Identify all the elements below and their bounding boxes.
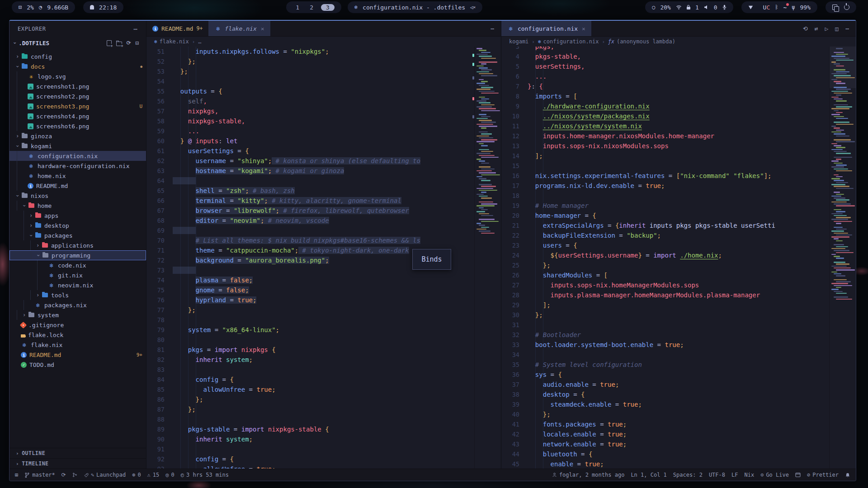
run-icon[interactable]: ▷ [825, 25, 829, 32]
tree-item-screenshot4.png[interactable]: screenshot4.png [9, 111, 146, 121]
tree-item-flake.lock[interactable]: flake.lock [9, 330, 146, 340]
tree-item-screenshot3.png[interactable]: screenshot3.pngU [9, 101, 146, 111]
status-item-left-4[interactable]: ✎Launchpad [84, 472, 126, 478]
cpu-usage: 2% [27, 4, 34, 11]
close-icon[interactable]: × [581, 25, 585, 32]
tree-item-home[interactable]: ›home [9, 201, 146, 211]
tree-item-todo.md[interactable]: TODO.md [9, 360, 146, 370]
explorer-more-actions-icon[interactable]: ⋯ [134, 25, 138, 33]
breadcrumb-item[interactable]: … [198, 38, 201, 45]
status-item-right-1[interactable]: Ln 1, Col 1 [631, 472, 666, 478]
status-item-right-4[interactable]: LF [731, 472, 738, 478]
status-item-right-7[interactable] [795, 473, 801, 477]
tree-item-git.nix[interactable]: git.nix [9, 270, 146, 280]
line-content: imports = [ [528, 91, 577, 101]
image-file-icon [28, 84, 33, 89]
image-file-icon [28, 103, 33, 109]
tree-item-system[interactable]: ›system [9, 310, 146, 320]
line-number: 17 [501, 181, 528, 191]
code-line-77: 77 }; [146, 305, 475, 315]
tree-item-readme.md[interactable]: README.md [9, 181, 146, 191]
tree-item-screenshot6.png[interactable]: screenshot6.png [9, 121, 146, 131]
tree-item-screenshot1.png[interactable]: screenshot1.png [9, 81, 146, 91]
close-icon[interactable]: × [260, 25, 264, 32]
tree-item-tools[interactable]: ›tools [9, 290, 146, 300]
tree-item-docs[interactable]: ›docs● [9, 61, 146, 71]
folder-icon [21, 63, 28, 70]
minimap-left[interactable] [474, 47, 501, 469]
tree-item-packages[interactable]: ›packages [9, 230, 146, 240]
refresh-icon[interactable]: ⟳ [127, 40, 131, 46]
tree-item-code.nix[interactable]: code.nix [9, 260, 146, 270]
status-item-right-5[interactable]: Nix [744, 472, 754, 478]
tree-item-home.nix[interactable]: home.nix [9, 171, 146, 181]
more-icon[interactable]: ⋯ [845, 25, 849, 32]
status-item-left-2[interactable]: ⟳ [61, 472, 66, 478]
breadcrumb-item[interactable]: ❄configuration.nix [538, 38, 599, 45]
status-item-left-5[interactable]: ⊗0 [132, 472, 141, 478]
code-line-33: 33 boot.loader.systemd-boot.enable = tru… [501, 340, 830, 350]
tree-item-readme.md[interactable]: README.md9+ [9, 350, 146, 360]
code-line-27: 27 inputs.sops-nix.homeManagerModules.so… [501, 280, 830, 290]
breadcrumb-right[interactable]: kogami›❄configuration.nix›ƒx(anonymous l… [501, 37, 856, 47]
panel-timeline[interactable]: ›TIMELINE [9, 458, 146, 469]
workspace-3[interactable]: 3 [321, 4, 335, 11]
status-item-left-6[interactable]: ⚠15 [147, 472, 160, 478]
status-item-right-6[interactable]: ⊙Go Live [760, 472, 789, 478]
workspace-1[interactable]: 1 [293, 4, 302, 11]
breadcrumb-left[interactable]: ❄flake.nix›… [146, 37, 501, 47]
tree-item-apps[interactable]: ›apps [9, 211, 146, 221]
code-editor-configuration-nix[interactable]: 3 pkgs,4 pkgs-stable,5 userSettings,6 ..… [501, 47, 856, 469]
history-icon[interactable]: ⟲ [803, 25, 808, 32]
status-item-left-1[interactable]: master* [24, 472, 55, 478]
new-folder-icon[interactable] [116, 42, 122, 46]
status-item-right-3[interactable]: UTF-8 [709, 472, 725, 478]
tree-item-packages.nix[interactable]: packages.nix [9, 300, 146, 310]
breadcrumb-item[interactable]: ❄flake.nix [154, 38, 189, 45]
tree-item-.gitignore[interactable]: .gitignore [9, 320, 146, 330]
minimap-right[interactable] [829, 47, 856, 469]
tree-item-desktop[interactable]: ›desktop [9, 221, 146, 230]
code-editor-flake-nix[interactable]: 51 inputs.nixpkgs.follows = "nixpkgs";52… [146, 47, 501, 469]
line-content: backupFileExtension = "backup"; [528, 230, 661, 240]
status-item-left-0[interactable]: ⊞ [15, 472, 18, 478]
tab-readme.md[interactable]: README.md9+ [146, 21, 208, 36]
line-number: 77 [146, 305, 173, 315]
tree-item-ginoza[interactable]: ›ginoza [9, 131, 146, 141]
mute-icon[interactable]: ◁× [470, 5, 476, 10]
line-number: 63 [146, 166, 173, 176]
status-item-left-8[interactable]: ◴3 hrs 53 mins [181, 472, 229, 478]
workspace-root-row[interactable]: › .DOTFILES ⟳ ⊟ [9, 37, 146, 49]
status-item-right-2[interactable]: Spaces: 2 [673, 472, 703, 478]
collapse-all-icon[interactable]: ⊟ [136, 40, 139, 46]
tree-item-hardware-configuration.nix[interactable]: hardware-configuration.nix [9, 161, 146, 171]
new-file-icon[interactable] [107, 40, 112, 46]
split-icon[interactable]: ◫ [835, 25, 839, 32]
status-item-right-8[interactable]: ⊘Prettier [807, 472, 839, 478]
status-item-right-9[interactable] [845, 472, 850, 478]
tab-flake.nix[interactable]: flake.nix× [208, 21, 270, 36]
status-item-left-3[interactable] [72, 472, 77, 478]
tree-item-logo.svg[interactable]: logo.svg [9, 71, 146, 81]
compare-icon[interactable]: ⇄ [815, 25, 818, 32]
tree-item-configuration.nix[interactable]: configuration.nix [9, 151, 146, 161]
line-content: username = "shinya"; # konsta or shinya … [173, 156, 420, 166]
workspace-switcher[interactable]: 123 [286, 1, 341, 13]
tree-item-flake.nix[interactable]: flake.nix [9, 340, 146, 350]
tree-item-config[interactable]: ›config [9, 52, 146, 61]
panel-outline[interactable]: ›OUTLINE [9, 448, 146, 458]
tree-item-nixos[interactable]: ›nixos [9, 191, 146, 201]
tree-item-programming[interactable]: ›programming [9, 250, 146, 260]
more-icon[interactable]: ⋯ [491, 25, 494, 32]
status-item-right-0[interactable]: foglar, 2 months ago [552, 472, 625, 478]
tree-item-kogami[interactable]: ›kogami [9, 141, 146, 151]
tree-item-label: packages [44, 232, 73, 239]
tree-item-neovim.nix[interactable]: neovim.nix [9, 280, 146, 290]
tab-configuration.nix[interactable]: configuration.nix× [501, 21, 591, 36]
tree-item-applications[interactable]: ›applications [9, 240, 146, 250]
tree-item-screenshot2.png[interactable]: screenshot2.png [9, 91, 146, 101]
status-item-left-7[interactable]: ◎0 [165, 472, 174, 478]
breadcrumb-item[interactable]: ƒx(anonymous lambda) [608, 38, 675, 45]
breadcrumb-item[interactable]: kogami [509, 38, 528, 45]
workspace-2[interactable]: 2 [307, 4, 316, 11]
